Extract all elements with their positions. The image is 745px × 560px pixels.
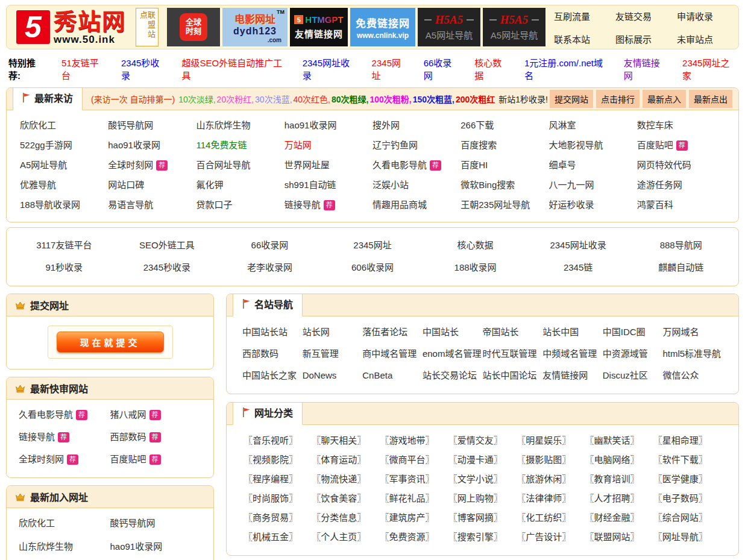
category-link[interactable]: 〖旅游休闲〗 [517,474,571,484]
category-link[interactable]: 〖动漫卡通〗 [448,455,503,465]
category-link[interactable]: 〖财经金融〗 [585,512,639,523]
site-link[interactable]: hao91收录网 [110,541,163,552]
site-link[interactable]: 酸钙导航网 [108,120,153,130]
site-link[interactable]: 久看电影导航 [372,160,427,170]
banner-cnlink[interactable]: 免费链接网 www.cnlink.vip [350,8,415,46]
site-link[interactable]: 途游任务网 [637,180,682,190]
header-action-button[interactable]: 点击排行 [596,90,640,108]
site-link[interactable]: 泛娱小站 [372,180,409,190]
category-link[interactable]: 〖电脑网络〗 [585,455,639,465]
site-link[interactable]: 老李收录网 [247,262,292,272]
site-link[interactable]: hao91收录网 [284,120,337,130]
special-recommend-link[interactable]: 超级SEO外链自动推广工具 [182,56,288,81]
special-recommend-link[interactable]: 2345秒收录 [121,56,167,81]
famous-nav-tab[interactable]: 名站导航 [233,294,303,316]
header-nav-link[interactable]: 联系本站 [554,33,590,45]
category-link[interactable]: 〖电子数码〗 [653,493,708,503]
site-link[interactable]: 站长中国 [542,327,579,337]
special-recommend-link[interactable]: 核心数据 [474,56,509,81]
category-link[interactable]: 〖网址导航〗 [653,532,708,542]
site-link[interactable]: html5标准导航 [662,348,721,359]
category-link[interactable]: 〖建筑房产〗 [380,512,435,523]
site-link[interactable]: 站长交易论坛 [423,370,477,380]
site-link[interactable]: 888导航网 [660,240,702,250]
category-link[interactable]: 〖星相命理〗 [653,435,708,445]
site-link[interactable]: 百度HI [461,160,488,170]
categories-tab[interactable]: 网址分类 [233,402,303,425]
site-link[interactable]: 2345秒收录 [143,262,190,272]
banner-h5a5-1[interactable]: H5A5 A5网址导航 [418,8,480,46]
site-link[interactable]: 中频域名管理 [542,348,597,359]
site-link[interactable]: 中资源域管 [603,348,648,359]
header-nav-link[interactable]: 图标展示 [615,33,652,45]
site-link[interactable]: 中国IDC圈 [603,327,646,337]
category-link[interactable]: 〖免费资源〗 [380,532,435,542]
header-action-button[interactable]: 最新点出 [689,90,732,108]
category-link[interactable]: 〖文学小说〗 [448,474,503,484]
header-nav-link[interactable]: 申请收录 [677,10,713,22]
site-link[interactable]: DoNews [303,370,337,380]
category-link[interactable]: 〖摄影贴图〗 [517,455,571,465]
site-link[interactable]: 优雅导航 [20,180,56,190]
category-link[interactable]: 〖明星娱乐〗 [517,435,571,445]
site-link[interactable]: 全球时刻网 [19,454,64,464]
site-link[interactable]: 2345网址收录 [550,240,606,250]
category-link[interactable]: 〖鲜花礼品〗 [380,493,435,503]
special-recommend-link[interactable]: 友情链接网 [624,56,667,81]
site-link[interactable]: 商中域名管理 [362,348,417,359]
banner-movie-nav[interactable]: TM 电影网址 dydh123 .com [222,8,288,46]
site-link[interactable]: 帝国站长 [483,327,519,337]
special-recommend-link[interactable]: 1元注册.com/.net域名 [524,56,609,81]
site-link[interactable]: 辽宁钓鱼网 [372,140,418,150]
site-link[interactable]: 细卓号 [549,160,576,170]
site-link[interactable]: enom域名管理 [423,348,482,359]
category-link[interactable]: 〖人才招聘〗 [585,493,639,503]
site-link[interactable]: 麒麟自动链 [658,262,703,272]
site-link[interactable]: 八一九一网 [549,180,594,190]
site-link[interactable]: 2345链 [564,262,593,272]
site-link[interactable]: 网站口碑 [108,180,144,190]
submit-now-button[interactable]: 现在就提交 [57,332,164,353]
site-link[interactable]: 百度贴吧 [637,140,673,150]
site-link[interactable]: 猪八戒网 [110,409,146,420]
category-link[interactable]: 〖军事资讯〗 [380,474,435,484]
site-link[interactable]: 链接导航 [19,432,55,442]
site-link[interactable]: 风淋室 [549,120,576,130]
site-link[interactable]: 66收录网 [251,240,289,250]
special-recommend-link[interactable]: 51友链平台 [61,56,106,81]
site-link[interactable]: 266下载 [461,120,494,130]
site-link[interactable]: Discuz社区 [603,370,648,380]
category-link[interactable]: 〖搜索引擎〗 [448,532,503,542]
site-link[interactable]: sh991自动链 [284,180,336,190]
site-link[interactable]: 百合网址导航 [196,160,251,170]
site-link[interactable]: 搜外网 [372,120,400,130]
category-link[interactable]: 〖化工纺织〗 [517,512,571,523]
site-link[interactable]: 大地影视导航 [549,140,603,150]
site-link[interactable]: 欣欣化工 [20,120,56,130]
site-link[interactable]: CnBeta [362,370,392,380]
header-nav-link[interactable]: 友链交易 [615,10,652,22]
site-link[interactable]: 522gg手游网 [20,140,72,150]
banner-global-moment[interactable]: 全球 时刻 [167,8,220,46]
site-link[interactable]: 氟化钾 [196,180,224,190]
site-link[interactable]: 微信公众 [662,370,699,380]
special-recommend-link[interactable]: 2345网址 [372,56,409,81]
category-link[interactable]: 〖分类信息〗 [312,512,366,523]
site-link[interactable]: 188收录网 [454,262,497,272]
category-link[interactable]: 〖软件下载〗 [653,455,708,465]
category-link[interactable]: 〖微商平台〗 [380,455,435,465]
site-link[interactable]: 情趣用品商城 [372,200,427,210]
site-link[interactable]: 贷款口子 [196,200,233,210]
header-nav-link[interactable]: 互刷流量 [554,10,590,22]
category-link[interactable]: 〖聊天相关〗 [312,435,366,445]
site-link[interactable]: 易语言导航 [108,200,153,210]
category-link[interactable]: 〖联盟网站〗 [585,532,639,542]
site-link[interactable]: 网页特效代码 [637,160,691,170]
header-action-button[interactable]: 最新点入 [643,90,686,108]
special-recommend-link[interactable]: 2345网址收录 [303,56,357,81]
category-link[interactable]: 〖程序编程〗 [244,474,298,484]
site-link[interactable]: 时代互联管理 [483,348,537,359]
category-link[interactable]: 〖广告设计〗 [517,532,571,542]
site-link[interactable]: 链接导航 [284,200,321,210]
site-link[interactable]: 西部数码 [110,432,146,442]
